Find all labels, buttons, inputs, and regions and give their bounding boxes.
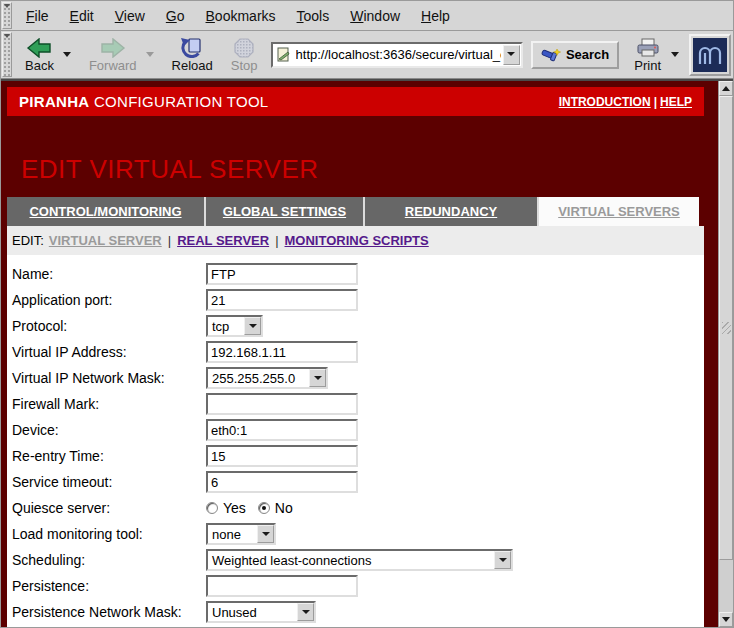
load-monitoring-tool-select[interactable]: none — [206, 523, 276, 545]
field-label-name: Name: — [7, 266, 206, 282]
help-link[interactable]: HELP — [660, 95, 692, 109]
dropdown-arrow-icon[interactable] — [309, 369, 326, 387]
tab-global-settings[interactable]: GLOBAL SETTINGS — [206, 197, 365, 226]
field-label-load-monitoring-tool: Load monitoring tool: — [7, 526, 206, 542]
print-label: Print — [634, 58, 661, 73]
tab-virtual-servers[interactable]: VIRTUAL SERVERS — [539, 197, 699, 226]
site-header-bar: PIRANHA CONFIGURATION TOOL INTRODUCTION|… — [7, 87, 704, 116]
menu-file[interactable]: File — [17, 4, 58, 28]
field-label-persistence-network-mask: Persistence Network Mask: — [7, 604, 206, 620]
protocol-select[interactable]: tcp — [206, 315, 263, 337]
form-row-virtual-ip-network-mask: Virtual IP Network Mask:255.255.255.0 — [7, 365, 704, 391]
scrollbar-thumb[interactable] — [719, 96, 733, 560]
field-label-protocol: Protocol: — [7, 318, 206, 334]
form-row-re-entry-time: Re-entry Time: — [7, 443, 704, 469]
thumb-grip-icon — [722, 322, 731, 334]
edit-prefix-label: EDIT: — [12, 233, 44, 248]
tab-redundancy[interactable]: REDUNDANCY — [365, 197, 539, 226]
form-row-firewall-mark: Firewall Mark: — [7, 391, 704, 417]
form-row-load-monitoring-tool: Load monitoring tool:none — [7, 521, 704, 547]
url-bar — [271, 42, 523, 68]
print-dropdown-button[interactable] — [668, 35, 681, 75]
mozilla-logo-icon — [693, 38, 727, 72]
form-row-quiesce-server: Quiesce server:YesNo — [7, 495, 704, 521]
application-port-input[interactable] — [206, 289, 358, 311]
selected-value: Weighted least-connections — [208, 553, 494, 568]
menu-help[interactable]: Help — [412, 4, 459, 28]
main-tab-bar: CONTROL/MONITORINGGLOBAL SETTINGSREDUNDA… — [7, 197, 704, 226]
menu-edit[interactable]: Edit — [61, 4, 103, 28]
radio-no[interactable] — [258, 502, 270, 514]
print-button[interactable]: Print — [627, 33, 668, 77]
dropdown-arrow-icon[interactable] — [244, 317, 261, 335]
menu-view[interactable]: View — [106, 4, 154, 28]
persistence-input[interactable] — [206, 575, 358, 597]
subnav-link-monitoring-scripts[interactable]: MONITORING SCRIPTS — [285, 233, 429, 248]
field-label-service-timeout: Service timeout: — [7, 474, 206, 490]
page-bookmark-icon[interactable] — [276, 47, 291, 62]
dropdown-arrow-icon[interactable] — [257, 525, 274, 543]
selected-value: none — [208, 527, 257, 542]
back-button[interactable]: Back — [18, 33, 61, 77]
virtual-server-form: Name:Application port:Protocol:tcpVirtua… — [7, 255, 704, 627]
persistence-network-mask-select[interactable]: Unused — [206, 601, 316, 623]
menu-go[interactable]: Go — [157, 4, 194, 28]
subnav-link-real-server[interactable]: REAL SERVER — [177, 233, 269, 248]
scrollbar-track[interactable] — [719, 560, 733, 612]
stop-button[interactable]: Stop — [224, 33, 265, 77]
radio-label-no: No — [275, 500, 293, 516]
field-label-virtual-ip-address: Virtual IP Address: — [7, 344, 206, 360]
service-timeout-input[interactable] — [206, 471, 358, 493]
header-link-separator: | — [654, 95, 657, 109]
form-row-service-timeout: Service timeout: — [7, 469, 704, 495]
forward-dropdown-button[interactable] — [144, 35, 157, 75]
selected-value: tcp — [208, 319, 244, 334]
reload-button[interactable]: Reload — [165, 33, 220, 77]
name-input[interactable] — [206, 263, 358, 285]
subnav-link-virtual-server[interactable]: VIRTUAL SERVER — [49, 233, 162, 248]
forward-arrow-icon — [100, 36, 126, 58]
flashlight-icon — [541, 47, 561, 63]
re-entry-time-input[interactable] — [206, 445, 358, 467]
url-input[interactable] — [294, 47, 503, 62]
dropdown-arrow-icon[interactable] — [297, 603, 314, 621]
menu-tools[interactable]: Tools — [288, 4, 339, 28]
virtual-ip-address-input[interactable] — [206, 341, 358, 363]
down-arrow-icon — [722, 617, 730, 626]
selected-value: Unused — [208, 605, 297, 620]
form-row-virtual-ip-address: Virtual IP Address: — [7, 339, 704, 365]
field-label-virtual-ip-network-mask: Virtual IP Network Mask: — [7, 370, 206, 386]
field-label-quiesce-server: Quiesce server: — [7, 500, 206, 516]
toolbar-grippy-handle[interactable] — [2, 32, 12, 77]
forward-button[interactable]: Forward — [82, 33, 144, 77]
subnav-separator: | — [275, 233, 278, 248]
introduction-link[interactable]: INTRODUCTION — [559, 95, 651, 109]
menu-bar: FileEditViewGoBookmarksToolsWindowHelp — [1, 1, 733, 31]
scheduling-select[interactable]: Weighted least-connections — [206, 549, 513, 571]
scroll-up-button[interactable] — [719, 81, 733, 96]
site-brand: PIRANHA CONFIGURATION TOOL — [19, 93, 269, 110]
dropdown-arrow-icon[interactable] — [494, 551, 511, 569]
device-input[interactable] — [206, 419, 358, 441]
virtual-ip-network-mask-select[interactable]: 255.255.255.0 — [206, 367, 328, 389]
tab-control-monitoring[interactable]: CONTROL/MONITORING — [7, 197, 206, 226]
firewall-mark-input[interactable] — [206, 393, 358, 415]
vertical-scrollbar[interactable] — [718, 81, 733, 627]
scroll-down-button[interactable] — [719, 612, 733, 627]
selected-value: 255.255.255.0 — [208, 371, 309, 386]
back-arrow-icon — [26, 36, 52, 58]
field-label-persistence: Persistence: — [7, 578, 206, 594]
menu-bookmarks[interactable]: Bookmarks — [197, 4, 285, 28]
radio-yes[interactable] — [206, 502, 218, 514]
url-history-dropdown-button[interactable] — [503, 45, 520, 65]
stop-icon — [234, 36, 254, 58]
back-dropdown-button[interactable] — [61, 35, 74, 75]
printer-icon — [636, 36, 660, 58]
menu-window[interactable]: Window — [341, 4, 409, 28]
search-button[interactable]: Search — [531, 41, 619, 69]
field-label-application-port: Application port: — [7, 292, 206, 308]
browser-window: FileEditViewGoBookmarksToolsWindowHelp B… — [0, 0, 734, 628]
toolbar-grippy-handle[interactable] — [2, 2, 12, 29]
mozilla-logo-button[interactable] — [689, 34, 731, 76]
header-links: INTRODUCTION|HELP — [559, 95, 692, 109]
